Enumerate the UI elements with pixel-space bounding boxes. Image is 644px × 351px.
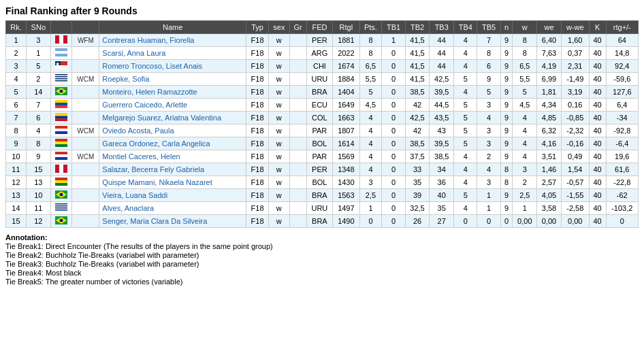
table-row: 76Melgarejo Suarez, Ariatna ValentinaF18… bbox=[6, 112, 639, 124]
table-cell: F18 bbox=[246, 215, 269, 228]
table-cell: 19,6 bbox=[606, 150, 638, 163]
table-cell: 4 bbox=[26, 124, 50, 137]
table-cell: 4,16 bbox=[537, 137, 562, 150]
table-cell: -59,6 bbox=[606, 73, 638, 86]
table-row: 1115Salazar, Becerra Fely GabrielaF18wPE… bbox=[6, 163, 639, 176]
table-cell: -62 bbox=[606, 189, 638, 202]
table-cell: 39,5 bbox=[430, 86, 454, 99]
column-header: TB3 bbox=[430, 21, 454, 34]
svg-rect-2 bbox=[63, 35, 67, 44]
annotation-line: Tie Break4: Most black bbox=[5, 269, 639, 277]
table-cell bbox=[289, 215, 306, 228]
table-cell: 2 bbox=[26, 73, 50, 86]
table-cell: 4,34 bbox=[537, 99, 562, 112]
table-cell: 41,5 bbox=[405, 73, 430, 86]
column-header: TB1 bbox=[382, 21, 405, 34]
svg-rect-35 bbox=[63, 165, 67, 173]
svg-rect-14 bbox=[55, 80, 67, 82]
table-cell: -1,49 bbox=[561, 73, 589, 86]
table-cell: 0 bbox=[382, 215, 405, 228]
table-cell: w bbox=[269, 189, 290, 202]
table-cell: 7 bbox=[26, 99, 50, 112]
table-cell: Gareca Ordonez, Carla Angelica bbox=[99, 137, 246, 150]
table-cell: Senger, Maria Clara Da Silveira bbox=[99, 215, 246, 228]
page-title: Final Ranking after 9 Rounds bbox=[5, 5, 639, 16]
table-cell: 0 bbox=[382, 86, 405, 99]
table-cell: 39,5 bbox=[430, 137, 454, 150]
table-cell: PAR bbox=[306, 124, 333, 137]
table-cell: 4 bbox=[454, 176, 477, 189]
table-cell: 27 bbox=[430, 215, 454, 228]
column-header: Rtgl bbox=[333, 21, 359, 34]
table-cell: -0,57 bbox=[561, 176, 589, 189]
table-cell: 0,49 bbox=[561, 150, 589, 163]
svg-point-41 bbox=[60, 193, 63, 197]
table-cell: -34 bbox=[606, 112, 638, 124]
table-cell: 7 bbox=[6, 112, 27, 124]
table-cell: CHI bbox=[306, 60, 333, 73]
table-cell: 40 bbox=[589, 150, 606, 163]
table-cell: 9 bbox=[500, 112, 513, 124]
svg-rect-23 bbox=[55, 118, 67, 121]
table-cell bbox=[289, 60, 306, 73]
annotation-line: Tie Break1: Direct Encounter (The result… bbox=[5, 242, 639, 250]
table-cell: 40 bbox=[589, 202, 606, 215]
table-cell: 4 bbox=[359, 163, 382, 176]
table-cell: 6,5 bbox=[359, 60, 382, 73]
table-cell: 4,05 bbox=[537, 189, 562, 202]
table-cell: 8 bbox=[513, 34, 537, 47]
table-cell: 9 bbox=[500, 34, 513, 47]
table-cell: 4 bbox=[359, 150, 382, 163]
table-cell: 5 bbox=[454, 189, 477, 202]
svg-rect-29 bbox=[55, 144, 67, 147]
table-cell: Melgarejo Suarez, Ariatna Valentina bbox=[99, 112, 246, 124]
svg-rect-21 bbox=[55, 113, 67, 116]
table-cell bbox=[50, 73, 72, 86]
table-cell: 6,5 bbox=[513, 60, 537, 73]
table-cell: 0,37 bbox=[561, 47, 589, 60]
svg-rect-25 bbox=[55, 129, 67, 131]
svg-rect-31 bbox=[55, 154, 67, 157]
table-cell: 9 bbox=[6, 137, 27, 150]
svg-point-49 bbox=[60, 219, 63, 222]
table-cell bbox=[50, 163, 72, 176]
column-header: Typ bbox=[246, 21, 269, 34]
annotation-label: Annotation: bbox=[5, 233, 48, 241]
table-cell: 6,4 bbox=[606, 99, 638, 112]
svg-rect-24 bbox=[55, 126, 67, 129]
table-cell: 5,5 bbox=[513, 73, 537, 86]
column-header: n bbox=[500, 21, 513, 34]
table-cell: -6,4 bbox=[606, 137, 638, 150]
table-cell: 4 bbox=[513, 124, 537, 137]
table-cell: 9 bbox=[500, 60, 513, 73]
table-cell: 1,60 bbox=[561, 34, 589, 47]
svg-rect-30 bbox=[55, 152, 67, 154]
table-cell bbox=[50, 112, 72, 124]
table-cell: 0 bbox=[606, 215, 638, 228]
table-cell: 5 bbox=[477, 86, 500, 99]
table-cell: 1 bbox=[477, 189, 500, 202]
table-cell: Alves, Anaclara bbox=[99, 202, 246, 215]
table-cell: WCM bbox=[72, 73, 99, 86]
table-cell: 5 bbox=[454, 99, 477, 112]
table-cell: 14,8 bbox=[606, 47, 638, 60]
table-cell: 4 bbox=[454, 86, 477, 99]
table-row: 42WCMRoepke, SofiaF18wURU18845,5041,542,… bbox=[6, 73, 639, 86]
table-cell: 5 bbox=[454, 137, 477, 150]
table-cell: w bbox=[269, 215, 290, 228]
table-cell: 38,5 bbox=[405, 86, 430, 99]
table-cell: 3 bbox=[477, 99, 500, 112]
table-cell: ARG bbox=[306, 47, 333, 60]
table-cell: Scarsi, Anna Laura bbox=[99, 47, 246, 60]
table-cell bbox=[72, 202, 99, 215]
table-cell: 1884 bbox=[333, 73, 359, 86]
table-cell: Quispe Mamani, Nikaela Nazaret bbox=[99, 176, 246, 189]
table-cell: w bbox=[269, 150, 290, 163]
table-cell: 4 bbox=[359, 112, 382, 124]
table-cell: Monteiro, Helen Ramazzotte bbox=[99, 86, 246, 99]
table-cell: 1,46 bbox=[537, 163, 562, 176]
table-cell: F18 bbox=[246, 150, 269, 163]
table-cell: 1 bbox=[477, 202, 500, 215]
table-cell: PER bbox=[306, 34, 333, 47]
table-cell: -92,8 bbox=[606, 124, 638, 137]
